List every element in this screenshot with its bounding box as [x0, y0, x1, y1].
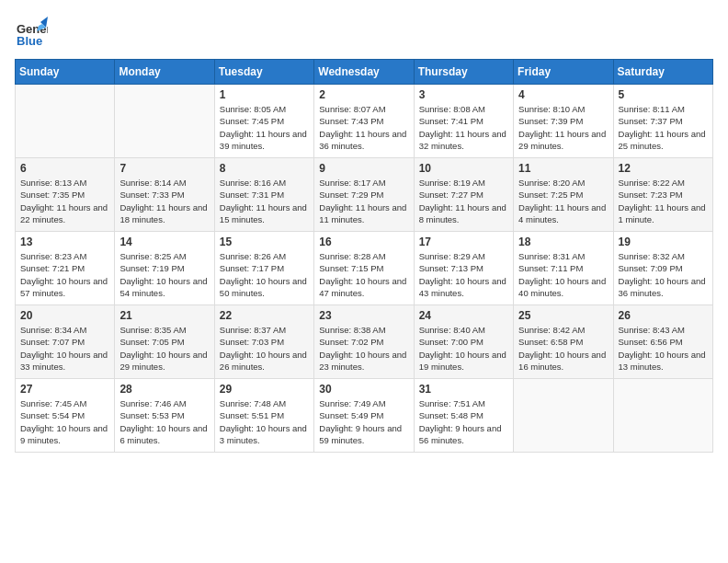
- header-cell-wednesday: Wednesday: [314, 60, 414, 85]
- calendar-cell: 20Sunrise: 8:34 AMSunset: 7:07 PMDayligh…: [16, 305, 115, 379]
- day-number: 8: [220, 162, 309, 175]
- calendar-cell: 13Sunrise: 8:23 AMSunset: 7:21 PMDayligh…: [16, 232, 115, 305]
- day-number: 6: [20, 162, 109, 175]
- calendar-cell: 14Sunrise: 8:25 AMSunset: 7:19 PMDayligh…: [115, 232, 214, 305]
- week-row-3: 13Sunrise: 8:23 AMSunset: 7:21 PMDayligh…: [16, 232, 713, 305]
- calendar-cell: 12Sunrise: 8:22 AMSunset: 7:23 PMDayligh…: [613, 158, 712, 232]
- day-number: 28: [119, 383, 209, 396]
- calendar-cell: 29Sunrise: 7:48 AMSunset: 5:51 PMDayligh…: [214, 379, 313, 453]
- cell-info: Sunrise: 8:14 AMSunset: 7:33 PMDaylight:…: [119, 177, 209, 225]
- calendar-cell: 24Sunrise: 8:40 AMSunset: 7:00 PMDayligh…: [414, 305, 513, 379]
- day-number: 27: [20, 383, 109, 396]
- calendar-cell: 4Sunrise: 8:10 AMSunset: 7:39 PMDaylight…: [514, 85, 613, 158]
- week-row-5: 27Sunrise: 7:45 AMSunset: 5:54 PMDayligh…: [16, 379, 713, 453]
- cell-info: Sunrise: 8:26 AMSunset: 7:17 PMDaylight:…: [220, 250, 309, 299]
- calendar-cell: 5Sunrise: 8:11 AMSunset: 7:37 PMDaylight…: [613, 85, 712, 158]
- calendar-cell: [115, 85, 214, 158]
- calendar-cell: 17Sunrise: 8:29 AMSunset: 7:13 PMDayligh…: [414, 232, 513, 305]
- day-number: 14: [119, 236, 209, 248]
- cell-info: Sunrise: 8:23 AMSunset: 7:21 PMDaylight:…: [20, 250, 109, 299]
- day-number: 29: [220, 383, 309, 396]
- calendar-cell: 26Sunrise: 8:43 AMSunset: 6:56 PMDayligh…: [613, 305, 712, 379]
- cell-info: Sunrise: 8:16 AMSunset: 7:31 PMDaylight:…: [220, 177, 309, 225]
- cell-info: Sunrise: 8:40 AMSunset: 7:00 PMDaylight:…: [419, 324, 508, 373]
- day-number: 4: [518, 88, 608, 101]
- day-number: 9: [319, 162, 408, 175]
- calendar-cell: 23Sunrise: 8:38 AMSunset: 7:02 PMDayligh…: [314, 305, 414, 379]
- cell-info: Sunrise: 8:07 AMSunset: 7:43 PMDaylight:…: [319, 103, 408, 152]
- week-row-2: 6Sunrise: 8:13 AMSunset: 7:35 PMDaylight…: [16, 158, 713, 232]
- cell-info: Sunrise: 8:08 AMSunset: 7:41 PMDaylight:…: [419, 103, 508, 152]
- calendar-cell: 3Sunrise: 8:08 AMSunset: 7:41 PMDaylight…: [414, 85, 513, 158]
- calendar-table: SundayMondayTuesdayWednesdayThursdayFrid…: [15, 59, 713, 453]
- day-number: 7: [119, 162, 209, 175]
- cell-info: Sunrise: 8:35 AMSunset: 7:05 PMDaylight:…: [119, 324, 209, 373]
- header-cell-tuesday: Tuesday: [214, 60, 313, 85]
- cell-info: Sunrise: 7:49 AMSunset: 5:49 PMDaylight:…: [319, 397, 408, 446]
- cell-info: Sunrise: 8:19 AMSunset: 7:27 PMDaylight:…: [419, 177, 508, 225]
- calendar-cell: [16, 85, 115, 158]
- calendar-cell: 10Sunrise: 8:19 AMSunset: 7:27 PMDayligh…: [414, 158, 513, 232]
- week-row-1: 1Sunrise: 8:05 AMSunset: 7:45 PMDaylight…: [16, 85, 713, 158]
- cell-info: Sunrise: 8:17 AMSunset: 7:29 PMDaylight:…: [319, 177, 408, 225]
- cell-info: Sunrise: 8:43 AMSunset: 6:56 PMDaylight:…: [619, 324, 708, 373]
- header-cell-sunday: Sunday: [16, 60, 115, 85]
- day-number: 21: [119, 309, 209, 322]
- day-number: 25: [518, 309, 608, 322]
- cell-info: Sunrise: 8:13 AMSunset: 7:35 PMDaylight:…: [20, 177, 109, 225]
- cell-info: Sunrise: 8:25 AMSunset: 7:19 PMDaylight:…: [119, 250, 209, 299]
- calendar-cell: 6Sunrise: 8:13 AMSunset: 7:35 PMDaylight…: [16, 158, 115, 232]
- cell-info: Sunrise: 8:11 AMSunset: 7:37 PMDaylight:…: [619, 103, 708, 152]
- cell-info: Sunrise: 8:10 AMSunset: 7:39 PMDaylight:…: [518, 103, 608, 152]
- header-cell-thursday: Thursday: [414, 60, 513, 85]
- calendar-cell: [514, 379, 613, 453]
- calendar-cell: 25Sunrise: 8:42 AMSunset: 6:58 PMDayligh…: [514, 305, 613, 379]
- day-number: 18: [518, 236, 608, 248]
- calendar-cell: 9Sunrise: 8:17 AMSunset: 7:29 PMDaylight…: [314, 158, 414, 232]
- cell-info: Sunrise: 8:20 AMSunset: 7:25 PMDaylight:…: [518, 177, 608, 225]
- day-number: 19: [619, 236, 708, 248]
- day-number: 10: [419, 162, 508, 175]
- cell-info: Sunrise: 7:46 AMSunset: 5:53 PMDaylight:…: [119, 397, 209, 446]
- calendar-cell: 8Sunrise: 8:16 AMSunset: 7:31 PMDaylight…: [214, 158, 313, 232]
- calendar-cell: [613, 379, 712, 453]
- cell-info: Sunrise: 8:22 AMSunset: 7:23 PMDaylight:…: [619, 177, 708, 225]
- header-cell-saturday: Saturday: [613, 60, 712, 85]
- page-header: General Blue: [15, 15, 713, 48]
- day-number: 24: [419, 309, 508, 322]
- cell-info: Sunrise: 7:45 AMSunset: 5:54 PMDaylight:…: [20, 397, 109, 446]
- cell-info: Sunrise: 8:38 AMSunset: 7:02 PMDaylight:…: [319, 324, 408, 373]
- calendar-cell: 11Sunrise: 8:20 AMSunset: 7:25 PMDayligh…: [514, 158, 613, 232]
- day-number: 12: [619, 162, 708, 175]
- day-number: 26: [619, 309, 708, 322]
- calendar-cell: 15Sunrise: 8:26 AMSunset: 7:17 PMDayligh…: [214, 232, 313, 305]
- calendar-body: 1Sunrise: 8:05 AMSunset: 7:45 PMDaylight…: [16, 85, 713, 453]
- calendar-cell: 1Sunrise: 8:05 AMSunset: 7:45 PMDaylight…: [214, 85, 313, 158]
- calendar-cell: 28Sunrise: 7:46 AMSunset: 5:53 PMDayligh…: [115, 379, 214, 453]
- day-number: 1: [220, 88, 309, 101]
- calendar-cell: 19Sunrise: 8:32 AMSunset: 7:09 PMDayligh…: [613, 232, 712, 305]
- calendar-cell: 2Sunrise: 8:07 AMSunset: 7:43 PMDaylight…: [314, 85, 414, 158]
- day-number: 20: [20, 309, 109, 322]
- day-number: 11: [518, 162, 608, 175]
- svg-text:Blue: Blue: [17, 34, 42, 48]
- cell-info: Sunrise: 8:28 AMSunset: 7:15 PMDaylight:…: [319, 250, 408, 299]
- cell-info: Sunrise: 8:29 AMSunset: 7:13 PMDaylight:…: [419, 250, 508, 299]
- calendar-cell: 30Sunrise: 7:49 AMSunset: 5:49 PMDayligh…: [314, 379, 414, 453]
- day-number: 16: [319, 236, 408, 248]
- calendar-cell: 16Sunrise: 8:28 AMSunset: 7:15 PMDayligh…: [314, 232, 414, 305]
- cell-info: Sunrise: 8:31 AMSunset: 7:11 PMDaylight:…: [518, 250, 608, 299]
- logo: General Blue: [15, 15, 48, 48]
- calendar-header-row: SundayMondayTuesdayWednesdayThursdayFrid…: [16, 60, 713, 85]
- cell-info: Sunrise: 8:32 AMSunset: 7:09 PMDaylight:…: [619, 250, 708, 299]
- day-number: 13: [20, 236, 109, 248]
- day-number: 30: [319, 383, 408, 396]
- calendar-cell: 7Sunrise: 8:14 AMSunset: 7:33 PMDaylight…: [115, 158, 214, 232]
- day-number: 17: [419, 236, 508, 248]
- logo-icon: General Blue: [15, 15, 48, 48]
- day-number: 5: [619, 88, 708, 101]
- calendar-cell: 22Sunrise: 8:37 AMSunset: 7:03 PMDayligh…: [214, 305, 313, 379]
- header-cell-friday: Friday: [514, 60, 613, 85]
- day-number: 2: [319, 88, 408, 101]
- cell-info: Sunrise: 7:48 AMSunset: 5:51 PMDaylight:…: [220, 397, 309, 446]
